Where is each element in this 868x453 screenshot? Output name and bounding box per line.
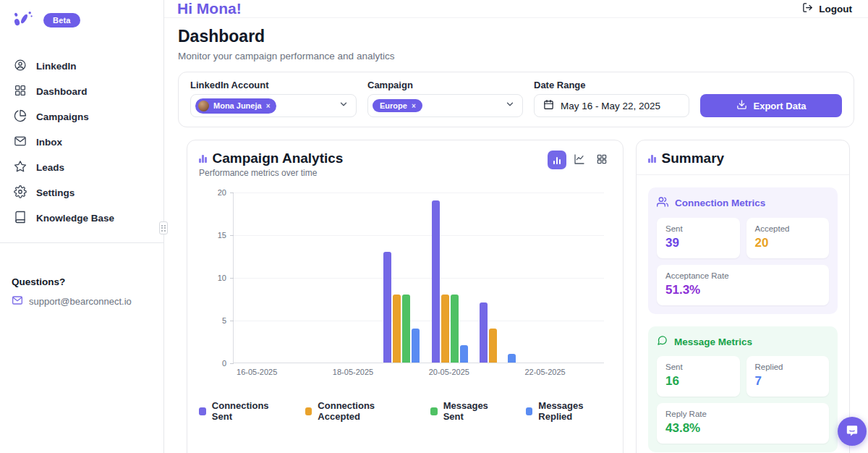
- bar-group: [330, 192, 378, 363]
- export-data-button[interactable]: Export Data: [700, 94, 842, 117]
- chart-x-axis: 16-05-202518-05-202520-05-202522-05-2025: [233, 368, 604, 381]
- x-tick-label: 16-05-2025: [237, 368, 277, 376]
- sidebar-nav: LinkedIn Dashboard Campaigns Inbox: [0, 54, 163, 231]
- x-tick-label: 20-05-2025: [429, 368, 469, 376]
- bar-group: [378, 192, 425, 363]
- acceptance-rate-stat: Acceptance Rate 51.3%: [657, 265, 829, 305]
- sidebar-item-dashboard[interactable]: Dashboard: [0, 79, 163, 104]
- connections-accepted-stat: Accepted 20: [746, 218, 830, 258]
- sidebar-item-label: Campaigns: [36, 111, 89, 122]
- sidebar-item-label: Inbox: [36, 137, 62, 148]
- bar-group: [234, 192, 281, 363]
- stat-value: 16: [665, 374, 731, 389]
- stat-value: 39: [665, 236, 731, 250]
- user-circle-icon: [14, 59, 27, 74]
- stat-value: 20: [755, 236, 821, 250]
- campaign-label: Campaign: [367, 80, 523, 90]
- sidebar-item-leads[interactable]: Leads: [0, 155, 163, 180]
- pie-chart-icon: [14, 109, 27, 124]
- connection-metrics-card: Connection Metrics Sent 39 Accepted 20: [648, 187, 838, 314]
- legend-swatch-icon: [305, 407, 312, 415]
- chart-legend: Connections SentConnections AcceptedMess…: [199, 400, 611, 422]
- chip-label: Mona Juneja: [213, 101, 262, 110]
- support-email-text: support@bearconnect.io: [29, 296, 132, 307]
- chart-type-toggle: [548, 151, 611, 169]
- linkedin-account-filter: LinkedIn Account Mona Juneja ×: [190, 80, 357, 117]
- sidebar-item-label: Knowledge Base: [36, 213, 114, 224]
- bar: [460, 345, 468, 363]
- chevron-down-icon: [505, 99, 515, 112]
- bar-chart-icon: [553, 156, 561, 164]
- bar: [489, 329, 497, 363]
- date-range-filter: Date Range May 16 - May 22, 2025: [534, 80, 689, 117]
- bar: [383, 252, 391, 363]
- sidebar-item-campaigns[interactable]: Campaigns: [0, 104, 163, 130]
- message-metrics-title: Message Metrics: [674, 336, 752, 347]
- grid-icon: [596, 153, 608, 167]
- bar-group: [426, 192, 474, 363]
- chip-remove-icon[interactable]: ×: [412, 102, 416, 110]
- bar-group: [522, 192, 569, 363]
- y-tick-label: 5: [200, 316, 226, 325]
- bar: [393, 295, 401, 363]
- message-bubble-icon: [657, 335, 668, 348]
- sidebar-item-knowledge-base[interactable]: Knowledge Base: [0, 206, 163, 231]
- chat-widget-button[interactable]: [838, 417, 867, 446]
- bar-chart-toggle-button[interactable]: [548, 151, 566, 169]
- sidebar-resize-handle[interactable]: [159, 221, 168, 234]
- chat-bubble-icon: [845, 423, 859, 440]
- sidebar-item-linkedin[interactable]: LinkedIn: [0, 54, 163, 79]
- grid-view-toggle-button[interactable]: [592, 151, 611, 169]
- y-tick-label: 20: [200, 188, 226, 197]
- bearconnect-logo-icon: [12, 10, 33, 30]
- sidebar-item-settings[interactable]: Settings: [0, 180, 163, 206]
- page-title: Dashboard: [178, 27, 854, 46]
- bar: [480, 302, 488, 363]
- logout-icon: [802, 2, 813, 15]
- sidebar-item-label: Dashboard: [36, 86, 88, 97]
- legend-item: Connections Accepted: [305, 400, 409, 422]
- linkedin-account-label: LinkedIn Account: [190, 80, 357, 90]
- linkedin-account-select[interactable]: Mona Juneja ×: [190, 94, 357, 117]
- legend-label: Messages Sent: [443, 400, 504, 422]
- selected-campaign-chip: Europe ×: [373, 99, 422, 112]
- legend-label: Messages Replied: [538, 400, 611, 422]
- sidebar-item-label: Settings: [36, 187, 75, 198]
- bar-group: [474, 192, 522, 363]
- line-chart-icon: [574, 153, 585, 167]
- support-email-link[interactable]: support@bearconnect.io: [12, 295, 152, 308]
- stat-label: Sent: [665, 224, 731, 233]
- avatar: [198, 101, 209, 111]
- grip-dots-icon: [161, 225, 166, 232]
- legend-label: Connections Sent: [212, 400, 284, 422]
- line-chart-toggle-button[interactable]: [570, 151, 589, 169]
- date-range-label: Date Range: [534, 80, 689, 90]
- questions-label: Questions?: [12, 276, 152, 287]
- analytics-title: Campaign Analytics: [213, 151, 344, 166]
- page-subtitle: Monitor your campaign performance and an…: [178, 51, 854, 62]
- date-range-picker[interactable]: May 16 - May 22, 2025: [534, 94, 689, 117]
- gear-icon: [14, 185, 27, 200]
- bar: [402, 295, 410, 363]
- envelope-icon: [12, 295, 23, 308]
- stat-value: 7: [755, 374, 821, 389]
- campaign-select[interactable]: Europe ×: [367, 94, 523, 117]
- sidebar-item-inbox[interactable]: Inbox: [0, 130, 163, 155]
- chart-plot: 05101520: [233, 192, 604, 363]
- logout-button[interactable]: Logout: [802, 2, 852, 15]
- x-tick-label: 18-05-2025: [333, 368, 373, 376]
- selected-account-chip: Mona Juneja ×: [195, 98, 276, 114]
- grid-icon: [14, 84, 27, 99]
- date-range-value: May 16 - May 22, 2025: [561, 101, 660, 111]
- chip-remove-icon[interactable]: ×: [266, 102, 271, 110]
- analytics-subtitle: Performance metrics over time: [199, 168, 343, 178]
- sidebar-item-label: Leads: [36, 162, 64, 173]
- logout-label: Logout: [819, 4, 852, 14]
- bar-chart-icon: [199, 154, 207, 163]
- stat-value: 51.3%: [665, 283, 820, 297]
- sidebar-item-label: LinkedIn: [36, 61, 77, 72]
- support-block: Questions? support@bearconnect.io: [0, 243, 163, 308]
- users-icon: [657, 196, 668, 210]
- top-bar: Hi Mona! Logout: [164, 0, 868, 18]
- filters-card: LinkedIn Account Mona Juneja × Campaign: [178, 72, 854, 127]
